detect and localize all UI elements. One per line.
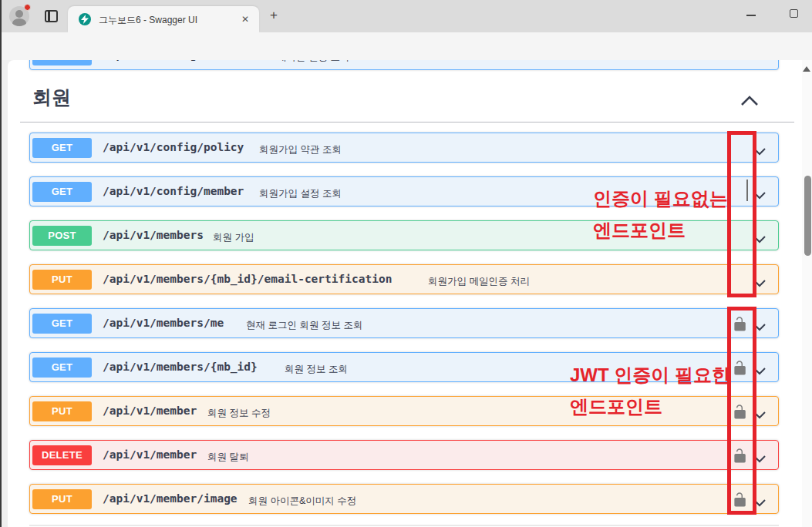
endpoint-row[interactable]: PUT /api/v1/member/image 회원 아이콘&이미지 수정	[29, 484, 779, 514]
endpoint-summary: 회원가입 메일인증 처리	[428, 275, 530, 288]
method-badge: PUT	[32, 401, 92, 421]
endpoint-summary: 현재 로그인 회원 정보 조회	[246, 319, 362, 332]
annotation-jwt-line2: 엔드포인트	[570, 394, 662, 419]
method-badge: DELETE	[32, 445, 92, 465]
method-badge: POST	[32, 226, 92, 246]
endpoint-summary: 회원가입 설정 조회	[259, 187, 342, 200]
annotation-jwt-line1: JWT 인증이 필요한	[570, 363, 730, 388]
endpoint-path: /api/v1/member	[103, 448, 197, 461]
annotation-no-auth-line1: 인증이 필요없는	[593, 186, 728, 211]
endpoint-path: /api/v1/config/member	[103, 185, 244, 197]
tab-title: 그누보드6 - Swagger UI	[99, 14, 197, 27]
method-badge: GET	[32, 182, 92, 202]
endpoint-row[interactable]: GET /api/v1/config/policy 회원가입 약관 조회	[29, 133, 779, 163]
fastapi-favicon	[79, 13, 91, 25]
endpoint-path: /api/v1/config/policy	[103, 141, 244, 153]
endpoint-row[interactable]: PUT /api/v1/members/{mb_id}/email-certif…	[29, 264, 779, 294]
endpoint-summary: 회원 정보 조회	[285, 363, 348, 376]
annotation-rect-no-auth	[727, 131, 756, 297]
endpoint-row[interactable]: GET /api/v1/members/me 현재 로그인 회원 정보 조회	[29, 308, 779, 338]
endpoint-row[interactable]: DELETE /api/v1/member 회원 탈퇴	[29, 440, 779, 470]
method-badge: GET	[32, 314, 92, 334]
next-section-edge	[29, 525, 779, 526]
endpoint-path: /api/v1/members/me	[103, 317, 224, 329]
section-title[interactable]: 회원	[32, 85, 71, 110]
annotation-rect-jwt	[727, 307, 756, 515]
endpoint-summary: 게시판 설정 조회	[277, 60, 349, 64]
scrollbar-thumb[interactable]	[804, 176, 811, 256]
profile-notification-dot	[24, 4, 31, 11]
method-badge: GET	[32, 60, 92, 65]
method-badge: PUT	[32, 489, 92, 509]
endpoint-summary: 회원 정보 수정	[207, 407, 271, 420]
tab-strip: 그누보드6 - Swagger UI ✕ +	[2, 0, 812, 32]
chevron-up-icon[interactable]	[740, 96, 759, 106]
minimize-icon[interactable]	[746, 15, 756, 16]
avatar-body	[12, 18, 26, 26]
endpoint-summary: 회원가입 약관 조회	[259, 143, 342, 156]
browser-toolbar: ← ↻ i 127.0.0.1:8000/docs#/ A⁾ ☆ ⋯	[2, 32, 812, 60]
endpoint-summary: 회원 탈퇴	[207, 451, 248, 464]
endpoint-summary: 회원 가입	[213, 231, 254, 244]
endpoint-row-partial[interactable]: GET /api/v1/config/board 게시판 설정 조회	[29, 60, 779, 70]
endpoint-row[interactable]: PUT /api/v1/member 회원 정보 수정	[29, 396, 779, 426]
endpoint-path: /api/v1/member	[103, 404, 197, 417]
close-tab-icon[interactable]: ✕	[239, 13, 251, 25]
browser-window: 그누보드6 - Swagger UI ✕ + ← ↻ i 127.0.0.1:8…	[0, 0, 812, 527]
section-divider	[20, 122, 794, 123]
endpoint-path: /api/v1/members/{mb_id}	[103, 361, 258, 373]
endpoint-path: /api/v1/member/image	[103, 492, 238, 505]
avatar-head	[15, 10, 23, 18]
method-badge: GET	[32, 357, 92, 378]
browser-tab[interactable]: 그누보드6 - Swagger UI ✕	[68, 6, 259, 32]
endpoint-summary: 회원 아이콘&이미지 수정	[248, 495, 356, 508]
endpoint-path: /api/v1/members/{mb_id}/email-certificat…	[103, 273, 392, 285]
scrollbar-up-arrow-icon[interactable]	[803, 66, 810, 72]
endpoint-path: /api/v1/config/board	[103, 60, 238, 61]
swagger-page: GET /api/v1/config/board 게시판 설정 조회 회원 GE…	[8, 60, 812, 527]
endpoint-path: /api/v1/members	[103, 229, 204, 241]
method-badge: PUT	[32, 270, 92, 290]
page-scrollbar[interactable]	[802, 60, 812, 527]
annotation-no-auth-line2: 엔드포인트	[593, 218, 686, 243]
method-badge: GET	[32, 138, 92, 158]
new-tab-icon[interactable]: +	[267, 8, 281, 22]
tab-actions-icon[interactable]	[45, 10, 58, 22]
maximize-icon[interactable]	[790, 9, 798, 18]
